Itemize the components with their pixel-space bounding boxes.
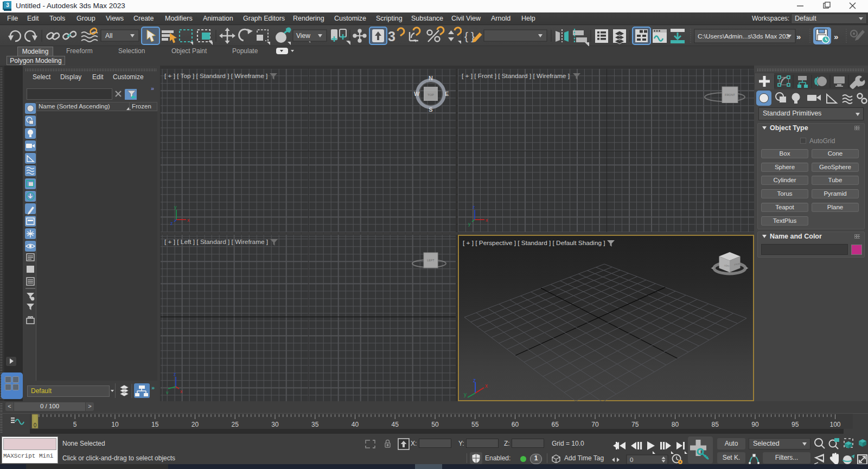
svg-text:75: 75	[631, 421, 639, 428]
svg-text:35: 35	[311, 421, 319, 428]
svg-text:FRONT: FRONT	[725, 93, 736, 97]
svg-text:x: x	[180, 389, 183, 394]
svg-text:0: 0	[630, 457, 633, 463]
svg-text:30: 30	[271, 421, 279, 428]
svg-text:x: x	[485, 383, 488, 389]
svg-text:x: x	[486, 217, 488, 223]
svg-text:95: 95	[792, 421, 799, 428]
svg-text:100: 100	[829, 421, 840, 428]
svg-text:z: z	[473, 378, 476, 383]
svg-text:TOP: TOP	[427, 93, 434, 97]
svg-text:y: y	[166, 390, 169, 394]
svg-text:90: 90	[751, 421, 759, 428]
svg-text:50: 50	[431, 421, 439, 428]
svg-text:{: {	[464, 30, 468, 42]
svg-text:All: All	[105, 32, 112, 40]
svg-text:x: x	[187, 217, 190, 223]
svg-text:80: 80	[672, 421, 679, 428]
svg-text:20: 20	[192, 421, 199, 428]
svg-text:25: 25	[232, 421, 239, 428]
svg-text:View: View	[296, 32, 310, 40]
svg-text:»: »	[834, 32, 838, 41]
svg-text:40: 40	[352, 421, 359, 428]
svg-text:85: 85	[712, 421, 719, 428]
svg-text:3: 3	[388, 29, 395, 44]
svg-text:45: 45	[392, 421, 399, 428]
svg-text:N: N	[429, 75, 433, 81]
svg-text:60: 60	[512, 421, 519, 428]
svg-text:W: W	[414, 91, 420, 97]
svg-text:S: S	[429, 106, 432, 113]
svg-text:y: y	[174, 204, 177, 210]
svg-text:70: 70	[591, 421, 599, 428]
svg-text:65: 65	[552, 421, 559, 428]
svg-text:55: 55	[471, 421, 479, 428]
svg-text:0: 0	[34, 422, 37, 428]
svg-text:LEFT: LEFT	[427, 259, 435, 262]
svg-text:C:\Users\Admin...s\3ds Max 202: C:\Users\Admin...s\3ds Max 202	[698, 33, 789, 40]
svg-text:15: 15	[151, 421, 159, 428]
svg-text:»: »	[796, 32, 801, 41]
svg-text:E: E	[445, 91, 449, 97]
svg-text:y: y	[468, 221, 471, 227]
svg-text:5: 5	[73, 421, 77, 428]
svg-text:10: 10	[111, 421, 119, 428]
svg-text:3: 3	[6, 2, 9, 8]
svg-text:z: z	[473, 204, 475, 210]
svg-text:z: z	[170, 221, 173, 226]
svg-text:»: »	[151, 384, 155, 391]
svg-text:z: z	[174, 371, 176, 377]
svg-text:y: y	[464, 391, 467, 397]
